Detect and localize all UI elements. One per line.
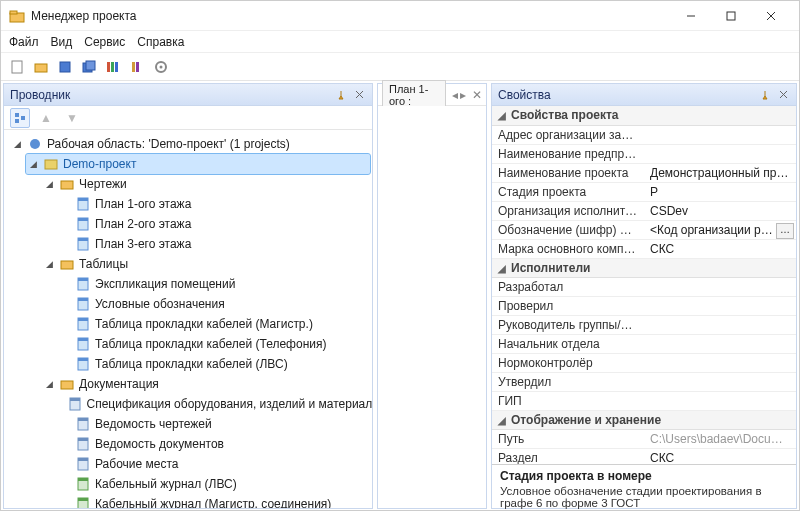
prop-label: Разработал	[492, 277, 644, 296]
pin-icon[interactable]	[758, 88, 772, 102]
prop-value[interactable]	[644, 391, 796, 410]
prop-value[interactable]: CSDev	[644, 201, 796, 220]
prop-value[interactable]	[644, 277, 796, 296]
nav-next-icon[interactable]: ▸	[460, 88, 466, 102]
nav-prev-icon[interactable]: ◂	[452, 88, 458, 102]
tree-item[interactable]: ·Таблица прокладки кабелей (Магистр.)	[58, 314, 370, 334]
svg-rect-14	[132, 62, 135, 72]
folder-icon	[59, 176, 75, 192]
prop-value[interactable]	[644, 144, 796, 163]
collapse-icon[interactable]: ◢	[44, 179, 55, 190]
svg-rect-53	[78, 478, 88, 481]
close-panel-icon[interactable]	[352, 88, 366, 102]
document-icon	[75, 416, 91, 432]
svg-rect-51	[78, 458, 88, 461]
svg-rect-24	[45, 160, 57, 169]
up-arrow-icon[interactable]: ▲	[36, 108, 56, 128]
tree-item[interactable]: ·Кабельный журнал (Магистр. соединения)	[58, 494, 370, 508]
title-bar: Менеджер проекта	[1, 1, 799, 31]
new-icon[interactable]	[7, 57, 27, 77]
prop-label: Адрес организации заказчика	[492, 125, 644, 144]
tree-item-label: План 1-ого этажа	[95, 195, 191, 213]
tree-view-icon[interactable]	[10, 108, 30, 128]
collapse-icon[interactable]: ◢	[28, 159, 39, 170]
prop-value[interactable]	[644, 353, 796, 372]
tree-item[interactable]: ·Кабельный журнал (ЛВС)	[58, 474, 370, 494]
collapse-icon[interactable]: ◢	[44, 259, 55, 270]
maximize-button[interactable]	[711, 2, 751, 30]
prop-value[interactable]	[644, 296, 796, 315]
tree-item[interactable]: ·Таблица прокладки кабелей (Телефония)	[58, 334, 370, 354]
saveall-icon[interactable]	[79, 57, 99, 77]
prop-value[interactable]	[644, 125, 796, 144]
collapse-icon[interactable]: ◢	[12, 139, 23, 150]
menu-service[interactable]: Сервис	[84, 35, 125, 49]
svg-rect-21	[15, 119, 19, 123]
folder-icon	[59, 256, 75, 272]
workspace-label[interactable]: Рабочая область: 'Demo-проект' (1 projec…	[47, 135, 290, 153]
menu-file[interactable]: Файл	[9, 35, 39, 49]
tree-item-label: Рабочие места	[95, 455, 178, 473]
document-icon	[67, 396, 83, 412]
plan-tab[interactable]: План 1-ого :	[382, 80, 446, 109]
tree-item-label: Таблица прокладки кабелей (Телефония)	[95, 335, 326, 353]
prop-value[interactable]: Демонстрационный проект	[644, 163, 796, 182]
group-project[interactable]: Свойства проекта	[511, 108, 619, 122]
tree-item[interactable]: ·Условные обозначения	[58, 294, 370, 314]
tree-item[interactable]: ·План 3-его этажа	[58, 234, 370, 254]
group-storage[interactable]: Отображение и хранение	[511, 413, 661, 427]
tree-item-label: Кабельный журнал (Магистр. соединения)	[95, 495, 331, 508]
prop-label: Обозначение (шифр) документов	[492, 220, 644, 239]
down-arrow-icon[interactable]: ▼	[62, 108, 82, 128]
close-button[interactable]	[751, 2, 791, 30]
prop-value[interactable]: C:\Users\badaev\Documents\Пр	[644, 429, 796, 448]
prop-value[interactable]	[644, 372, 796, 391]
tree-item[interactable]: ·Спецификация оборудования, изделий и ма…	[58, 394, 370, 414]
prop-value[interactable]: СКС	[644, 239, 796, 258]
canvas-area[interactable]	[378, 106, 486, 508]
gear-icon[interactable]	[151, 57, 171, 77]
menu-help[interactable]: Справка	[137, 35, 184, 49]
docs-label[interactable]: Документация	[79, 375, 159, 393]
toolbar	[1, 53, 799, 81]
prop-value[interactable]	[644, 334, 796, 353]
minimize-button[interactable]	[671, 2, 711, 30]
prop-value[interactable]: СКС	[644, 448, 796, 464]
project-tree[interactable]: ◢ Рабочая область: 'Demo-проект' (1 proj…	[4, 130, 372, 508]
close-panel-icon[interactable]	[776, 88, 790, 102]
save-icon[interactable]	[55, 57, 75, 77]
prop-label: Проверил	[492, 296, 644, 315]
tree-item[interactable]: ·Рабочие места	[58, 454, 370, 474]
group-executors[interactable]: Исполнители	[511, 261, 590, 275]
books2-icon[interactable]	[127, 57, 147, 77]
prop-label: Руководитель группы/отделения	[492, 315, 644, 334]
tree-item[interactable]: ·План 2-ого этажа	[58, 214, 370, 234]
nav-close-icon[interactable]: ✕	[472, 88, 482, 102]
property-grid[interactable]: ◢Свойства проекта Адрес организации зака…	[492, 106, 796, 464]
svg-rect-38	[78, 318, 88, 321]
explorer-title: Проводник	[10, 88, 70, 102]
prop-label: Утвердил	[492, 372, 644, 391]
tree-item[interactable]: ·Таблица прокладки кабелей (ЛВС)	[58, 354, 370, 374]
tree-item[interactable]: ·Ведомость документов	[58, 434, 370, 454]
document-icon	[75, 436, 91, 452]
tree-item[interactable]: ·Экспликация помещений	[58, 274, 370, 294]
center-panel: План 1-ого : ◂ ▸ ✕	[377, 83, 487, 509]
tree-item[interactable]: ·План 1-ого этажа	[58, 194, 370, 214]
properties-title: Свойства	[498, 88, 551, 102]
desc-title: Стадия проекта в номере	[500, 469, 788, 483]
explorer-panel: Проводник ▲ ▼ ◢ Рабочая область: 'Demo-п…	[3, 83, 373, 509]
prop-value[interactable]	[644, 315, 796, 334]
prop-value[interactable]: <Код организации разработ	[644, 220, 796, 239]
collapse-icon[interactable]: ◢	[44, 379, 55, 390]
prop-value[interactable]: Р	[644, 182, 796, 201]
tree-item[interactable]: ·Ведомость чертежей	[58, 414, 370, 434]
svg-rect-6	[12, 61, 22, 73]
menu-view[interactable]: Вид	[51, 35, 73, 49]
open-icon[interactable]	[31, 57, 51, 77]
tables-label[interactable]: Таблицы	[79, 255, 128, 273]
drawings-label[interactable]: Чертежи	[79, 175, 127, 193]
project-node[interactable]: ◢ Demo-проект	[26, 154, 370, 174]
pin-icon[interactable]	[334, 88, 348, 102]
books-icon[interactable]	[103, 57, 123, 77]
